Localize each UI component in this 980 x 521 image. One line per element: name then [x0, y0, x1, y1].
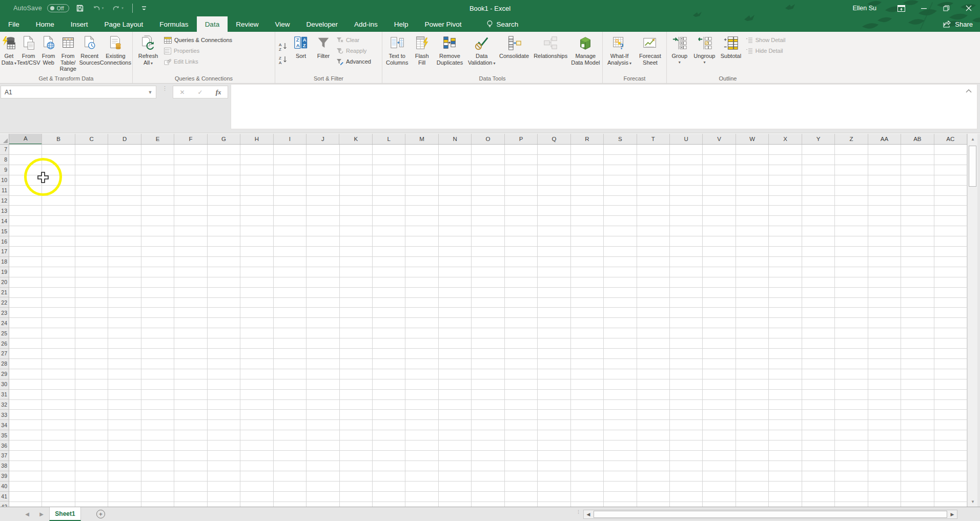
- row-header-27[interactable]: 27: [0, 349, 9, 359]
- row-header-20[interactable]: 20: [0, 277, 9, 288]
- cancel-entry-icon[interactable]: ✕: [180, 89, 185, 96]
- sort-ascending-button[interactable]: A Z: [277, 41, 289, 52]
- remove-duplicates-button[interactable]: Remove Duplicates: [433, 33, 466, 73]
- collapse-formula-bar-button[interactable]: [966, 89, 972, 94]
- scroll-down-button[interactable]: ▼: [968, 496, 978, 507]
- confirm-entry-icon[interactable]: ✓: [198, 89, 203, 96]
- sheet-tab-sheet1[interactable]: Sheet1: [49, 507, 81, 521]
- column-header-ac[interactable]: AC: [934, 134, 967, 145]
- column-header-q[interactable]: Q: [538, 134, 570, 145]
- row-header-31[interactable]: 31: [0, 390, 9, 400]
- horizontal-scrollbar[interactable]: ◀ ▶: [583, 510, 957, 519]
- vertical-scrollbar-thumb[interactable]: [969, 146, 976, 187]
- sheet-grid[interactable]: [9, 145, 967, 507]
- flash-fill-button[interactable]: Flash Fill: [411, 33, 433, 73]
- row-header-32[interactable]: 32: [0, 400, 9, 410]
- filter-button[interactable]: Filter: [312, 33, 335, 73]
- column-header-p[interactable]: P: [505, 134, 538, 145]
- column-header-k[interactable]: K: [340, 134, 373, 145]
- row-header-7[interactable]: 7: [0, 145, 9, 155]
- row-header-21[interactable]: 21: [0, 288, 9, 298]
- forecast-sheet-button[interactable]: Forecast Sheet: [635, 33, 665, 73]
- row-header-28[interactable]: 28: [0, 359, 9, 369]
- column-header-d[interactable]: D: [108, 134, 141, 145]
- formula-input[interactable]: [231, 84, 977, 129]
- autosave-toggle[interactable]: Off: [47, 4, 69, 12]
- row-header-10[interactable]: 10: [0, 175, 9, 186]
- redo-button[interactable]: ▾: [110, 2, 125, 15]
- data-validation-button[interactable]: Data Validation: [466, 33, 497, 73]
- row-header-30[interactable]: 30: [0, 379, 9, 390]
- tab-home[interactable]: Home: [28, 16, 63, 32]
- subtotal-button[interactable]: Subtotal: [718, 33, 744, 73]
- from-text-csv-button[interactable]: From Text/CSV: [17, 33, 40, 73]
- column-header-i[interactable]: I: [274, 134, 307, 145]
- text-to-columns-button[interactable]: Text to Columns: [383, 33, 411, 73]
- row-header-26[interactable]: 26: [0, 338, 9, 349]
- row-header-29[interactable]: 29: [0, 369, 9, 379]
- row-header-39[interactable]: 39: [0, 471, 9, 482]
- row-header-9[interactable]: 9: [0, 165, 9, 175]
- column-header-u[interactable]: U: [670, 134, 703, 145]
- tab-developer[interactable]: Developer: [298, 16, 346, 32]
- row-header-38[interactable]: 38: [0, 461, 9, 471]
- column-header-v[interactable]: V: [703, 134, 736, 145]
- tab-file[interactable]: File: [0, 16, 28, 32]
- reapply-filter-button[interactable]: Reapply: [335, 46, 381, 55]
- tab-page-layout[interactable]: Page Layout: [96, 16, 152, 32]
- formula-bar-resize-handle[interactable]: ⋮: [162, 87, 167, 90]
- row-header-17[interactable]: 17: [0, 247, 9, 257]
- column-header-r[interactable]: R: [571, 134, 604, 145]
- customize-qat-button[interactable]: [140, 2, 148, 15]
- column-header-e[interactable]: E: [141, 134, 174, 145]
- column-header-g[interactable]: G: [208, 134, 240, 145]
- row-header-12[interactable]: 12: [0, 196, 9, 206]
- column-header-o[interactable]: O: [472, 134, 504, 145]
- row-header-16[interactable]: 16: [0, 236, 9, 247]
- column-header-j[interactable]: J: [307, 134, 339, 145]
- name-box-caret-icon[interactable]: ▼: [145, 90, 156, 95]
- tab-data[interactable]: Data: [197, 16, 228, 32]
- manage-data-model-button[interactable]: Manage Data Model: [570, 33, 601, 73]
- row-header-23[interactable]: 23: [0, 308, 9, 318]
- row-header-33[interactable]: 33: [0, 410, 9, 420]
- row-header-36[interactable]: 36: [0, 440, 9, 451]
- hscroll-resize-handle[interactable]: ⋮: [576, 511, 580, 513]
- get-data-button[interactable]: Get Data: [1, 33, 17, 73]
- column-header-w[interactable]: W: [736, 134, 769, 145]
- close-button[interactable]: [957, 0, 980, 16]
- column-header-aa[interactable]: AA: [868, 134, 901, 145]
- row-header-14[interactable]: 14: [0, 216, 9, 226]
- row-header-41[interactable]: 41: [0, 492, 9, 502]
- column-header-b[interactable]: B: [42, 134, 75, 145]
- properties-button[interactable]: Properties: [162, 46, 270, 55]
- queries-connections-button[interactable]: Queries & Connections: [162, 35, 270, 45]
- tab-power-pivot[interactable]: Power Pivot: [417, 16, 470, 32]
- column-header-n[interactable]: N: [439, 134, 472, 145]
- row-header-8[interactable]: 8: [0, 155, 9, 165]
- advanced-filter-button[interactable]: Advanced: [335, 57, 381, 66]
- column-header-x[interactable]: X: [769, 134, 802, 145]
- undo-button[interactable]: ▾: [91, 2, 106, 15]
- row-header-18[interactable]: 18: [0, 257, 9, 267]
- tab-insert[interactable]: Insert: [63, 16, 96, 32]
- restore-button[interactable]: [935, 0, 957, 16]
- column-header-a[interactable]: A: [9, 134, 42, 145]
- ungroup-button[interactable]: Ungroup: [691, 33, 718, 73]
- from-table-range-button[interactable]: From Table/ Range: [57, 33, 79, 73]
- row-header-40[interactable]: 40: [0, 482, 9, 492]
- column-header-l[interactable]: L: [373, 134, 405, 145]
- column-header-s[interactable]: S: [604, 134, 637, 145]
- from-web-button[interactable]: From Web: [40, 33, 57, 73]
- row-header-11[interactable]: 11: [0, 186, 9, 196]
- ribbon-display-options-button[interactable]: [890, 0, 912, 16]
- row-header-42[interactable]: 42: [0, 502, 9, 507]
- row-header-13[interactable]: 13: [0, 206, 9, 216]
- row-header-34[interactable]: 34: [0, 420, 9, 430]
- group-button[interactable]: Group: [668, 33, 691, 73]
- horizontal-scrollbar-thumb[interactable]: [594, 511, 947, 518]
- relationships-button[interactable]: Relationships: [532, 33, 570, 73]
- next-sheet-button[interactable]: ▶: [36, 507, 47, 521]
- tab-help[interactable]: Help: [386, 16, 417, 32]
- sort-descending-button[interactable]: Z A: [277, 54, 289, 66]
